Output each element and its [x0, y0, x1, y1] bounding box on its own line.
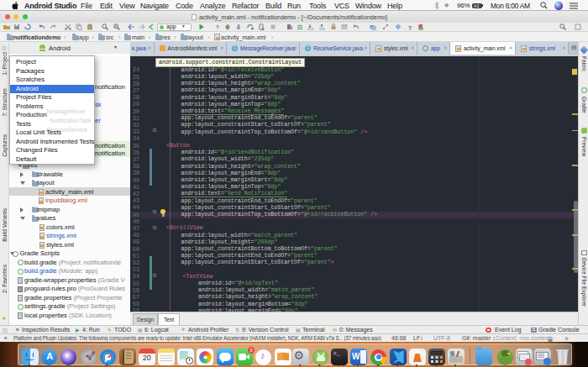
svg-text:VCS: VCS	[319, 28, 325, 30]
svg-text:R: R	[115, 24, 118, 29]
svg-text:VCS: VCS	[307, 28, 313, 30]
svg-text:?: ?	[408, 24, 412, 31]
